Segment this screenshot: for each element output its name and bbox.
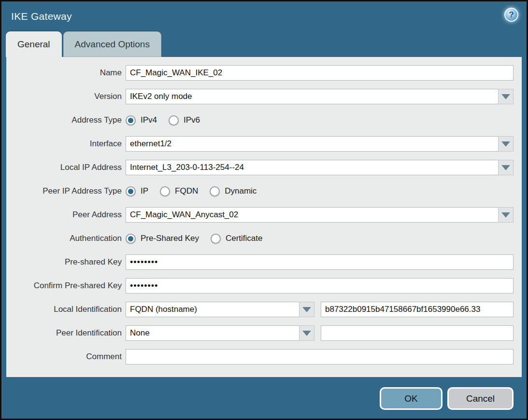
chevron-down-icon	[302, 307, 311, 312]
ok-button[interactable]: OK	[380, 387, 442, 410]
local-identification-value-input[interactable]	[321, 302, 514, 317]
chevron-down-icon	[302, 331, 311, 336]
radio-option-label: Certificate	[226, 234, 263, 243]
local-ip-address-label: Local IP Address	[6, 163, 126, 172]
chevron-down-icon	[501, 212, 510, 218]
ike-gateway-dialog: IKE Gateway ? General Advanced Options N…	[0, 0, 528, 420]
authentication-label: Authentication	[6, 234, 126, 243]
radio-option-label: Pre-Shared Key	[141, 234, 199, 243]
help-icon[interactable]: ?	[504, 8, 518, 22]
peer-address-row: Peer Address	[6, 207, 514, 223]
radio-option-certificate[interactable]: Certificate	[211, 234, 263, 244]
peer-ip-address-type-radio-group: IP FQDN Dynamic	[126, 186, 268, 196]
chevron-down-icon	[501, 94, 510, 99]
radio-option-pre-shared-key[interactable]: Pre-Shared Key	[126, 234, 199, 244]
confirm-pre-shared-key-input[interactable]	[126, 278, 514, 294]
peer-ip-address-type-label: Peer IP Address Type	[6, 186, 126, 196]
interface-row: Interface	[6, 136, 514, 152]
radio-option-label: FQDN	[175, 186, 198, 196]
radio-icon	[169, 115, 179, 126]
chevron-down-icon	[501, 141, 510, 147]
local-ip-address-row: Local IP Address	[6, 160, 514, 175]
tab-general-label: General	[17, 39, 50, 50]
authentication-radio-group: Pre-Shared Key Certificate	[126, 234, 274, 244]
comment-input[interactable]	[126, 349, 514, 364]
local-ip-address-dropdown	[126, 160, 514, 175]
local-ip-address-dropdown-input[interactable]	[126, 160, 499, 175]
radio-icon	[211, 234, 221, 244]
peer-address-dropdown-button[interactable]	[498, 207, 514, 223]
radio-option-label: IPv4	[141, 115, 157, 125]
question-mark-glyph: ?	[509, 10, 514, 20]
version-row: Version	[6, 89, 514, 104]
peer-ip-address-type-row: Peer IP Address Type IP FQDN Dynamic	[6, 183, 514, 199]
interface-dropdown	[126, 136, 514, 152]
local-ip-address-dropdown-button[interactable]	[498, 160, 514, 175]
radio-option-ip[interactable]: IP	[126, 186, 148, 196]
peer-identification-value-input[interactable]	[321, 325, 514, 341]
tab-general[interactable]: General	[6, 31, 62, 57]
local-identification-label: Local Identification	[6, 305, 126, 314]
address-type-radio-group: IPv4 IPv6	[126, 115, 212, 126]
tab-advanced-options[interactable]: Advanced Options	[63, 31, 161, 57]
name-label: Name	[6, 68, 126, 78]
address-type-row: Address Type IPv4 IPv6	[6, 112, 514, 128]
chevron-down-icon	[501, 165, 510, 170]
version-label: Version	[6, 92, 126, 101]
address-type-label: Address Type	[6, 115, 126, 125]
radio-option-fqdn[interactable]: FQDN	[160, 186, 198, 196]
radio-icon	[126, 234, 136, 244]
version-dropdown	[126, 89, 514, 104]
interface-dropdown-button[interactable]	[498, 136, 514, 152]
tab-advanced-options-label: Advanced Options	[75, 39, 150, 50]
peer-identification-label: Peer Identification	[6, 328, 126, 338]
comment-row: Comment	[6, 349, 514, 364]
dialog-title: IKE Gateway	[1, 11, 72, 22]
name-row: Name	[6, 65, 514, 81]
peer-identification-type-dropdown	[126, 325, 314, 341]
name-input[interactable]	[126, 65, 514, 81]
cancel-button[interactable]: Cancel	[447, 387, 514, 410]
radio-icon	[126, 115, 136, 126]
pre-shared-key-row: Pre-shared Key	[6, 254, 514, 270]
local-identification-type-dropdown-button[interactable]	[299, 302, 314, 317]
authentication-row: Authentication Pre-Shared Key Certificat…	[6, 231, 514, 246]
interface-dropdown-input[interactable]	[126, 136, 499, 152]
peer-address-label: Peer Address	[6, 210, 126, 220]
radio-icon	[210, 186, 220, 196]
local-identification-type-input[interactable]	[126, 302, 300, 317]
version-dropdown-button[interactable]	[498, 89, 514, 104]
radio-icon	[126, 186, 136, 196]
peer-identification-type-dropdown-button[interactable]	[299, 325, 314, 341]
peer-address-dropdown-input[interactable]	[126, 207, 499, 223]
radio-option-label: IPv6	[184, 115, 200, 125]
peer-identification-row: Peer Identification	[6, 325, 514, 341]
general-tab-panel: Name Version Address Type IPv4	[6, 57, 522, 377]
pre-shared-key-input[interactable]	[126, 254, 514, 270]
pre-shared-key-label: Pre-shared Key	[6, 257, 126, 267]
comment-label: Comment	[6, 352, 126, 362]
peer-address-dropdown	[126, 207, 514, 223]
radio-option-ipv6[interactable]: IPv6	[169, 115, 200, 126]
local-identification-type-dropdown	[126, 302, 314, 317]
version-dropdown-input[interactable]	[126, 89, 499, 104]
radio-option-label: IP	[141, 186, 148, 196]
radio-option-label: Dynamic	[225, 186, 257, 196]
radio-option-dynamic[interactable]: Dynamic	[210, 186, 257, 196]
radio-option-ipv4[interactable]: IPv4	[126, 115, 157, 126]
dialog-footer: OK Cancel	[1, 377, 527, 420]
tab-bar: General Advanced Options	[1, 31, 527, 57]
peer-identification-type-input[interactable]	[126, 325, 300, 341]
title-bar: IKE Gateway ?	[1, 1, 527, 31]
confirm-pre-shared-key-row: Confirm Pre-shared Key	[6, 278, 514, 294]
local-identification-row: Local Identification	[6, 302, 514, 317]
interface-label: Interface	[6, 139, 126, 149]
radio-icon	[160, 186, 170, 196]
confirm-pre-shared-key-label: Confirm Pre-shared Key	[6, 281, 126, 291]
